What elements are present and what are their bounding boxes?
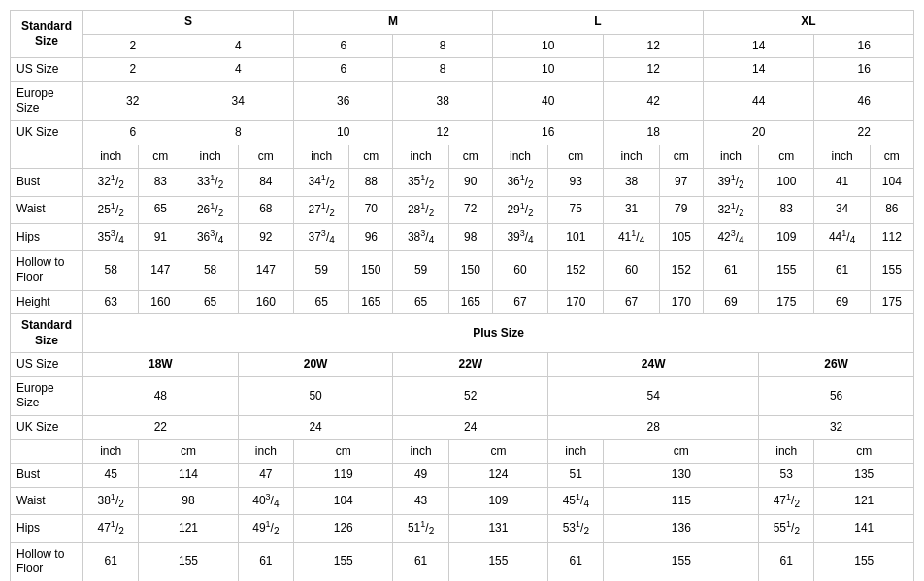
eu-val-42: 42	[604, 81, 703, 120]
hips-c8: 112	[870, 223, 913, 250]
p-bust-c5: 135	[814, 464, 914, 488]
hips-i7: 423/4	[703, 223, 758, 250]
hollow-row: Hollow to Floor 58 147 58 147 59 150 59 …	[11, 251, 914, 290]
bust-i5: 361/2	[492, 169, 547, 196]
p-bust-c1: 114	[139, 464, 238, 488]
uk-val-16: 16	[492, 120, 604, 145]
plus-hips-label: Hips	[11, 515, 83, 542]
inch-label-6: inch	[604, 145, 659, 169]
eu-val-44: 44	[703, 81, 814, 120]
height-c2: 160	[238, 290, 293, 314]
waist-i1: 251/2	[83, 196, 139, 223]
p-waist-i5: 471/2	[759, 487, 814, 514]
hollow-c2: 147	[238, 251, 293, 290]
us-14: 14	[703, 34, 814, 58]
bust-i8: 41	[814, 169, 870, 196]
p-hips-c1: 121	[139, 515, 238, 542]
hips-i2: 363/4	[182, 223, 238, 250]
hollow-i5: 60	[492, 251, 547, 290]
bust-label: Bust	[11, 169, 83, 196]
p-waist-i4: 451/4	[548, 487, 604, 514]
plus-waist-row: Waist 381/2 98 403/4 104 43 109 451/4 11…	[11, 487, 914, 514]
p-hollow-c1: 155	[139, 542, 238, 581]
waist-row: Waist 251/2 65 261/2 68 271/2 70 281/2 7…	[11, 196, 914, 223]
hips-i3: 373/4	[294, 223, 349, 250]
us-16: 16	[814, 34, 914, 58]
plus-eu-54: 54	[548, 376, 759, 415]
hips-c5: 101	[548, 223, 604, 250]
us-2: 2	[83, 34, 182, 58]
height-row: Height 63 160 65 160 65 165 65 165 67 17…	[11, 290, 914, 314]
plus-eu-50: 50	[238, 376, 393, 415]
p-bust-i3: 49	[393, 464, 448, 488]
plus-eu-56: 56	[759, 376, 914, 415]
waist-c4: 72	[448, 196, 492, 223]
us-size-row: 2 4 6 8 10 12 14 16	[11, 34, 914, 58]
hips-i4: 383/4	[393, 223, 448, 250]
height-i8: 69	[814, 290, 870, 314]
p-hollow-c2: 155	[294, 542, 393, 581]
inch-label-4: inch	[393, 145, 448, 169]
eu-val-46: 46	[814, 81, 914, 120]
inch-label-7: inch	[703, 145, 758, 169]
p-hollow-c3: 155	[448, 542, 547, 581]
us-val-6: 6	[294, 58, 393, 82]
bust-row: Bust 321/2 83 331/2 84 341/2 88 351/2 90…	[11, 169, 914, 196]
hips-label: Hips	[11, 223, 83, 250]
plus-uk-32: 32	[759, 416, 914, 440]
hollow-c4: 150	[448, 251, 492, 290]
height-i1: 63	[83, 290, 139, 314]
p-hollow-i4: 61	[548, 542, 604, 581]
hips-c7: 109	[759, 223, 814, 250]
us-val-12: 12	[604, 58, 703, 82]
plus-uk-28: 28	[548, 416, 759, 440]
uk-val-18: 18	[604, 120, 703, 145]
cm-label-8: cm	[870, 145, 913, 169]
us-10: 10	[492, 34, 604, 58]
p-hollow-c4: 155	[604, 542, 759, 581]
us-size-label-row: US Size 2 4 6 8 10 12 14 16	[11, 58, 914, 82]
height-c8: 175	[870, 290, 913, 314]
p-hips-i1: 471/2	[83, 515, 139, 542]
p-waist-c2: 104	[294, 487, 393, 514]
plus-inch-cm-subheader: inch cm inch cm inch cm inch cm inch cm	[11, 439, 914, 464]
p-hollow-c5: 155	[814, 542, 914, 581]
hollow-i2: 58	[182, 251, 238, 290]
p-cm-1: cm	[139, 439, 238, 464]
waist-c8: 86	[870, 196, 913, 223]
hollow-i6: 60	[604, 251, 659, 290]
plus-eu-48: 48	[83, 376, 239, 415]
inch-label-2: inch	[182, 145, 238, 169]
height-i7: 69	[703, 290, 758, 314]
plus-hollow-row: Hollow to Floor 61 155 61 155 61 155 61 …	[11, 542, 914, 581]
us-4: 4	[182, 34, 294, 58]
europe-size-label-row: Europe Size 32 34 36 38 40 42 44 46	[11, 81, 914, 120]
plus-hips-row: Hips 471/2 121 491/2 126 511/2 131 531/2…	[11, 515, 914, 542]
p-waist-c5: 121	[814, 487, 914, 514]
hollow-c6: 152	[659, 251, 703, 290]
hips-i1: 353/4	[83, 223, 139, 250]
hollow-c5: 152	[548, 251, 604, 290]
uk-val-10: 10	[294, 120, 393, 145]
eu-val-36: 36	[294, 81, 393, 120]
waist-i4: 281/2	[393, 196, 448, 223]
standard-size-label-2: Standard Size	[11, 314, 83, 353]
eu-val-40: 40	[492, 81, 604, 120]
waist-c2: 68	[238, 196, 293, 223]
plus-bust-label: Bust	[11, 464, 83, 488]
plus-us-size-row: US Size 18W 20W 22W 24W 26W	[11, 353, 914, 377]
p-hips-c3: 131	[448, 515, 547, 542]
bust-i3: 341/2	[294, 169, 349, 196]
hips-c6: 105	[659, 223, 703, 250]
waist-i8: 34	[814, 196, 870, 223]
height-c7: 175	[759, 290, 814, 314]
p-waist-c4: 115	[604, 487, 759, 514]
height-c4: 165	[448, 290, 492, 314]
bust-i6: 38	[604, 169, 659, 196]
height-label: Height	[11, 290, 83, 314]
p-hips-c5: 141	[814, 515, 914, 542]
hollow-c1: 147	[139, 251, 182, 290]
us-val-10: 10	[492, 58, 604, 82]
bust-c4: 90	[448, 169, 492, 196]
hollow-i3: 59	[294, 251, 349, 290]
